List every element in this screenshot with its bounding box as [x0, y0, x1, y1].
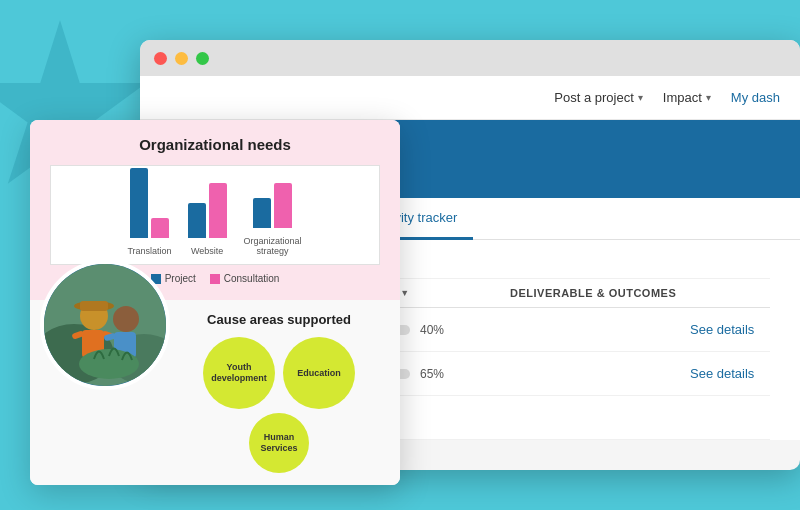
- legend-project: Project: [151, 273, 196, 284]
- progress-pct: 40%: [420, 323, 444, 337]
- bubble-human-services: Human Services: [249, 413, 309, 473]
- nav-impact[interactable]: Impact ▾: [663, 90, 711, 105]
- svg-rect-5: [80, 301, 108, 311]
- legend-consultation: Consultation: [210, 273, 280, 284]
- browser-titlebar: [140, 40, 800, 76]
- nav-post-project[interactable]: Post a project ▾: [554, 90, 643, 105]
- bar-chart: Translation Website Organizational strat…: [50, 165, 380, 265]
- col-deliverable: DELIVERABLE & OUTCOMES: [510, 287, 690, 299]
- cause-row-1: Youth development Education: [170, 337, 388, 409]
- browser-btn-minimize[interactable]: [175, 52, 188, 65]
- nav-bar: Post a project ▾ Impact ▾ My dash: [140, 76, 800, 120]
- sort-icon[interactable]: ▼: [400, 288, 409, 298]
- bottom-section: Cause areas supported Youth development …: [30, 300, 400, 485]
- chart-group-translation: Translation: [127, 168, 171, 256]
- cause-areas-title: Cause areas supported: [170, 312, 388, 327]
- cause-areas-box: Cause areas supported Youth development …: [150, 300, 400, 485]
- action-cell: See details: [690, 322, 770, 337]
- bar-project: [253, 198, 271, 228]
- bubble-youth-development: Youth development: [203, 337, 275, 409]
- cause-row-2: Human Services: [170, 413, 388, 473]
- chart-group-website: Website: [188, 183, 227, 256]
- chart-label-org-strategy: Organizational strategy: [243, 236, 303, 256]
- chart-group-org-strategy: Organizational strategy: [243, 183, 303, 256]
- chevron-down-icon: ▾: [638, 92, 643, 103]
- bubble-education: Education: [283, 337, 355, 409]
- chart-bars: [130, 168, 169, 238]
- browser-btn-close[interactable]: [154, 52, 167, 65]
- chart-bars: [253, 183, 292, 228]
- bar-consultation: [151, 218, 169, 238]
- svg-point-9: [113, 306, 139, 332]
- see-details-link[interactable]: See details: [690, 322, 754, 337]
- col-action: [690, 287, 770, 299]
- action-cell: See details: [690, 366, 770, 381]
- bar-project: [188, 203, 206, 238]
- org-needs-title: Organizational needs: [50, 136, 380, 153]
- chart-bars: [188, 183, 227, 238]
- progress-pct: 65%: [420, 367, 444, 381]
- floating-card: Organizational needs Translation Website: [30, 120, 400, 485]
- bar-consultation: [274, 183, 292, 228]
- person-photo: [40, 260, 170, 390]
- see-details-link[interactable]: See details: [690, 366, 754, 381]
- chart-label-translation: Translation: [127, 246, 171, 256]
- chevron-down-icon: ▾: [706, 92, 711, 103]
- bar-project: [130, 168, 148, 238]
- nav-my-dash[interactable]: My dash: [731, 90, 780, 105]
- browser-btn-maximize[interactable]: [196, 52, 209, 65]
- bar-consultation: [209, 183, 227, 238]
- legend-dot-consultation: [210, 274, 220, 284]
- chart-label-website: Website: [191, 246, 223, 256]
